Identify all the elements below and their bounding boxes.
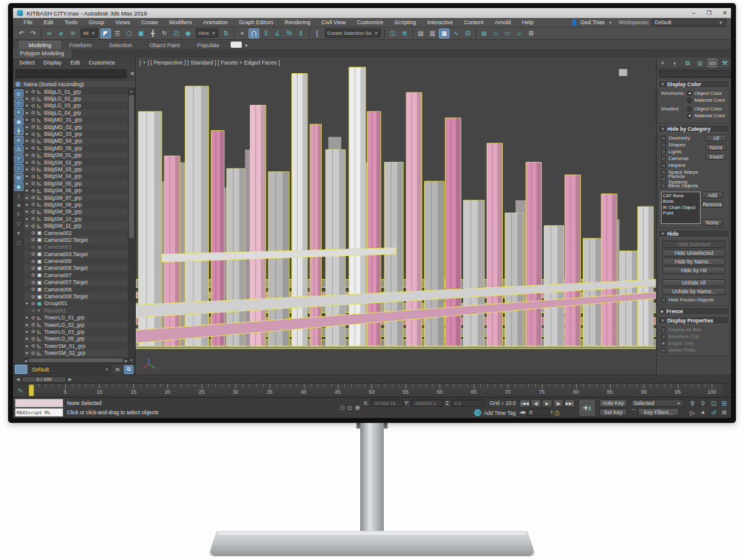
show-boxes-icon[interactable]: ▯ — [14, 192, 24, 200]
display-helpers-icon[interactable]: ╋ — [14, 127, 24, 135]
tree-item-camera002-target[interactable]: ⊙▣Camera002.Target — [24, 236, 128, 243]
frame-nudge-icon[interactable]: ◀▶ — [520, 410, 526, 415]
menu-civil-view[interactable]: Civil View — [316, 19, 352, 25]
absolute-mode-icon[interactable]: ⊕ — [355, 404, 360, 411]
category-checkbox-particle-systems[interactable]: Particle Systems — [661, 176, 704, 182]
freeze-header[interactable]: ▶ Freeze — [658, 307, 730, 315]
visibility-eye-icon[interactable]: ⊙ — [31, 287, 37, 292]
close-button[interactable]: ✕ — [722, 10, 727, 16]
layer-explorer-toggle-icon[interactable]: ▥ — [427, 29, 438, 38]
tree-item-camera003[interactable]: ⊙▣Camera003 — [24, 244, 128, 251]
selection-lock-icon[interactable]: ◘ — [348, 404, 352, 411]
expand-arrow-icon[interactable]: ▸ — [26, 188, 31, 193]
visibility-eye-icon[interactable]: ⊙ — [31, 145, 37, 151]
scroll-left-icon[interactable]: ◀ — [24, 357, 27, 363]
expand-arrow-icon[interactable]: ▸ — [26, 301, 31, 306]
visibility-eye-icon[interactable]: ⊙ — [31, 138, 37, 144]
category-list-item[interactable]: CAT Bone — [663, 193, 699, 198]
visibility-eye-icon[interactable]: ⊙ — [31, 315, 37, 321]
menu-group[interactable]: Group — [83, 19, 110, 25]
zoom-all-icon[interactable]: ⚲ — [698, 399, 708, 407]
visibility-eye-icon[interactable]: ⊙ — [31, 202, 37, 207]
explorer-menu-select[interactable]: Select — [19, 60, 35, 66]
expand-arrow-icon[interactable]: ▸ — [26, 138, 31, 143]
hierarchy-tab[interactable]: ⧉ — [683, 58, 693, 68]
explorer-menu-customize[interactable]: Customize — [89, 60, 115, 66]
expand-arrow-icon[interactable]: ▸ — [26, 202, 31, 207]
expand-arrow-icon[interactable]: ▸ — [26, 329, 31, 334]
display-lights-icon[interactable]: ☀ — [14, 108, 24, 117]
visibility-eye-icon[interactable]: ⊙ — [31, 188, 37, 193]
expand-arrow-icon[interactable]: ▸ — [26, 160, 31, 165]
tree-item-bldgsm-10-grp[interactable]: ▸⊙◺BldgSM_10_grp — [24, 215, 128, 222]
expand-arrow-icon[interactable]: ▸ — [26, 336, 31, 341]
select-and-rotate-icon[interactable]: ↻ — [159, 29, 170, 38]
visibility-eye-icon[interactable]: ⊙ — [31, 343, 37, 349]
tree-item-bldglg-04-grp[interactable]: ▸⊙◺BldgLG_04_grp — [24, 109, 128, 116]
tree-item-bldgsm-02-grp[interactable]: ▸⊙◺BldgSM_02_grp — [24, 159, 128, 166]
modify-tab[interactable]: ◐ — [670, 58, 680, 68]
hide-frozen-objects-checkbox[interactable]: Hide Frozen Objects — [661, 296, 727, 303]
tree-item-bldgsm-09-grp[interactable]: ▸⊙◺BldgSM_09_grp — [24, 208, 128, 215]
hide-unselected-button[interactable]: Hide Unselected — [662, 249, 725, 257]
visibility-eye-icon[interactable]: ⊙ — [31, 322, 37, 327]
ribbon-config-icon[interactable] — [231, 42, 242, 48]
scene-explorer-toggle-icon[interactable]: ▤ — [415, 29, 426, 38]
display-color-header[interactable]: ▼ Display Color — [658, 80, 730, 88]
use-pivot-center-icon[interactable]: ⇅ — [221, 29, 231, 38]
menu-rendering[interactable]: Rendering — [279, 19, 316, 25]
tree-item-bldgmd-03-grp[interactable]: ▸⊙◺BldgMD_03_grp — [24, 130, 128, 137]
category-list-item[interactable]: IK Chain Object — [663, 205, 699, 210]
display-geometry-icon[interactable]: ◎ — [14, 89, 24, 98]
hscroll-thumb[interactable] — [29, 358, 124, 362]
tree-item-towersm-01-grp[interactable]: ▸⊙◺TowerSM_01_grp — [24, 342, 128, 349]
rendered-frame-window-icon[interactable]: ▭ — [502, 29, 513, 38]
ribbon-tab-selection[interactable]: Selection — [100, 42, 141, 49]
expand-arrow-icon[interactable]: ▸ — [26, 315, 31, 320]
visibility-eye-icon[interactable]: ⊙ — [31, 259, 37, 264]
visibility-eye-icon[interactable]: ⊙ — [31, 209, 37, 215]
percent-snap-icon[interactable]: % — [284, 29, 294, 38]
polygon-modeling-panel[interactable]: Polygon Modeling — [13, 49, 71, 58]
tree-item-camera007[interactable]: ⊙▣Camera007 — [24, 272, 128, 278]
default-in-out-tangents-icon[interactable]: ⌒ — [631, 408, 636, 416]
expand-arrow-icon[interactable]: ▸ — [26, 110, 31, 115]
tree-item-camera003-target[interactable]: ⊙▣Camera003.Target — [24, 251, 128, 257]
category-none-button[interactable]: None — [706, 144, 727, 151]
go-to-start-icon[interactable]: |◀◀ — [520, 399, 530, 407]
tree-item-camera002[interactable]: ⊙▣Camera002 — [24, 229, 128, 236]
set-key-button[interactable]: Set Key — [600, 409, 627, 417]
horizontal-scrollbar[interactable]: ◀ ▶ — [24, 357, 128, 363]
ribbon-config-caret-icon[interactable]: ▼ — [244, 43, 249, 48]
align-icon[interactable]: ≣ — [399, 29, 410, 38]
name-column-header[interactable]: Name (Sorted Ascending) — [13, 80, 135, 88]
listener-pane[interactable]: MAXScript Mi — [15, 408, 63, 417]
workspace-dropdown[interactable]: Default ▼ — [652, 19, 726, 26]
shaded-object-color-radio[interactable]: Object Color — [687, 105, 725, 112]
play-icon[interactable]: ▶ — [542, 399, 552, 407]
visibility-eye-icon[interactable]: ⊙ — [31, 195, 37, 200]
display-materials-icon[interactable]: ◍ — [14, 173, 24, 182]
tree-item-bldglg-03-grp[interactable]: ▸⊙◺BldgLG_03_grp — [24, 102, 128, 109]
tree-item-towerlg-03-grp[interactable]: ▸⊙◺TowerLG_03_grp — [24, 328, 128, 335]
quad-layout-icon[interactable]: ⊞ — [526, 29, 536, 38]
scroll-up-icon[interactable]: ▲ — [130, 88, 133, 94]
current-frame-field[interactable]: 0 — [527, 409, 549, 416]
material-editor-icon[interactable]: ◍ — [479, 29, 489, 38]
display-particles-icon[interactable]: ⁂ — [14, 145, 24, 154]
category-all-button[interactable]: All — [706, 135, 727, 141]
menu-interactive[interactable]: Interactive — [422, 19, 459, 25]
go-to-end-icon[interactable]: ▶▶| — [564, 399, 575, 407]
visibility-eye-icon[interactable]: ⊙ — [31, 174, 37, 179]
category-checkbox-bone-objects[interactable]: Bone Objects — [661, 182, 704, 189]
maximize-viewport-icon[interactable]: ⧉ — [719, 408, 729, 417]
visibility-eye-icon[interactable]: ⊙ — [31, 280, 37, 285]
visibility-eye-icon[interactable]: ⊙ — [31, 265, 37, 271]
walk-through-icon[interactable]: ✶ — [698, 408, 708, 417]
menu-help[interactable]: Help — [516, 19, 539, 25]
tree-item-towersm-02-grp[interactable]: ▸⊙◺TowerSM_02_grp — [24, 349, 128, 356]
previous-frame-arrow-icon[interactable]: ◀ — [14, 377, 22, 382]
minimize-button[interactable]: – — [692, 10, 695, 16]
display-containers-icon[interactable]: ⌂ — [14, 164, 24, 172]
tree-item-bldgsm-06-grp[interactable]: ▸⊙◺BldgSM_06_grp — [24, 187, 128, 193]
